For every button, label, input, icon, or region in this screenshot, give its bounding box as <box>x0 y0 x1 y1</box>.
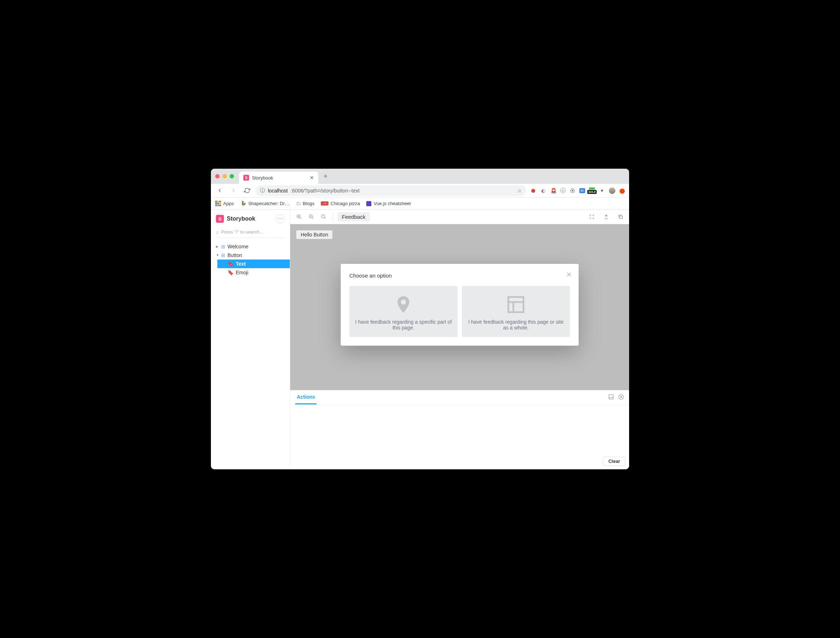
addon-panel: Actions Clear <box>290 390 629 469</box>
bookmark-icon <box>366 201 371 206</box>
extensions-icon[interactable]: ✦ <box>599 188 605 194</box>
copy-link-button[interactable] <box>616 212 625 222</box>
search-icon: ⌕ <box>216 229 219 235</box>
favicon-icon: S <box>243 175 249 181</box>
brand: S Storybook ⋯ <box>211 214 290 227</box>
sidebar-menu-button[interactable]: ⋯ <box>275 214 285 223</box>
ext-icon-3[interactable]: 🚨 <box>550 188 557 194</box>
story-icon: 🔖 <box>227 270 234 275</box>
forward-button[interactable] <box>228 186 238 196</box>
tree-label: Button <box>227 252 242 258</box>
folder-icon: 🗀 <box>296 201 301 206</box>
bookmark-star-icon[interactable]: ☆ <box>517 188 522 194</box>
tree-item-button[interactable]: ▼⊞Button <box>211 251 290 259</box>
sidebar: S Storybook ⋯ ⌕ Press "/" to search... ▶… <box>211 210 290 469</box>
svg-rect-4 <box>609 395 613 399</box>
zoom-out-button[interactable] <box>306 212 316 222</box>
panel-body: Clear <box>290 405 629 469</box>
ext-icon-4[interactable]: A <box>560 188 566 193</box>
reload-button[interactable] <box>242 186 252 196</box>
back-button[interactable] <box>215 186 224 196</box>
main: Feedback Hello Button Choose an option ✕… <box>290 210 629 469</box>
ext-icon-6[interactable]: 31 <box>579 188 585 193</box>
zoom-reset-button[interactable] <box>318 212 328 222</box>
ext-icon-5[interactable]: ⦿ <box>569 188 576 194</box>
layout-icon <box>504 294 527 315</box>
tab-close-icon[interactable]: ✕ <box>309 175 314 181</box>
panel-position-icon[interactable] <box>608 394 614 401</box>
browser-window: S Storybook ✕ + ⓘ localhost:6006/?path=/… <box>211 169 629 469</box>
tree-label: Welcome <box>227 244 248 250</box>
apps-grid-icon <box>215 201 221 207</box>
search-input[interactable]: ⌕ Press "/" to search... <box>216 229 285 238</box>
tab-actions[interactable]: Actions <box>295 390 317 404</box>
toolbar: Feedback <box>290 210 629 224</box>
feedback-option-whole[interactable]: I have feedback regarding this page or s… <box>462 286 570 337</box>
canvas: Hello Button Choose an option ✕ I have f… <box>290 224 629 390</box>
bookmark-label: Blogs <box>303 201 315 206</box>
bookmark-chicago-pizza[interactable]: LOUChicago pizza <box>321 201 360 206</box>
extension-icons: ⬢ ◐ 🚨 A ⦿ 31 531.8 ✦ ⬤ <box>530 188 625 194</box>
option-label: I have feedback regarding this page or s… <box>467 319 564 330</box>
feedback-chip[interactable]: Feedback <box>338 212 370 221</box>
panel-tabs: Actions <box>290 390 629 405</box>
tree-item-emoji[interactable]: 🔖Emoji <box>217 268 290 277</box>
apps-shortcut[interactable]: Apps <box>215 201 234 207</box>
new-tab-button[interactable]: + <box>321 171 331 181</box>
ext-icon-8[interactable]: ⬤ <box>619 188 625 194</box>
chevron-down-icon: ▼ <box>216 253 219 257</box>
bookmark-icon: LOU <box>321 202 328 205</box>
component-icon: ⊞ <box>221 244 225 250</box>
bookmark-shapecatcher[interactable]: 🦆Shapecatcher: Dr… <box>240 201 289 206</box>
close-icon[interactable]: ✕ <box>566 270 572 279</box>
chevron-right-icon: ▶ <box>216 245 219 248</box>
apps-label: Apps <box>223 201 234 206</box>
bookmark-blogs[interactable]: 🗀Blogs <box>296 201 315 206</box>
bookmark-label: Shapecatcher: Dr… <box>248 201 289 206</box>
brand-title: Storybook <box>227 216 255 222</box>
divider <box>333 213 333 221</box>
close-window-icon[interactable] <box>215 174 219 178</box>
bookmark-label: Vue.js cheatsheet <box>374 201 411 206</box>
bookmarks-bar: Apps 🦆Shapecatcher: Dr… 🗀Blogs LOUChicag… <box>211 197 629 210</box>
open-new-tab-button[interactable] <box>601 212 611 222</box>
storybook-logo-icon: S <box>216 215 224 223</box>
address-bar: ⓘ localhost:6006/?path=/story/button--te… <box>211 184 629 197</box>
profile-avatar[interactable] <box>609 188 616 194</box>
hello-button[interactable]: Hello Button <box>296 230 333 239</box>
tree-item-welcome[interactable]: ▶⊞Welcome <box>211 242 290 251</box>
tree-item-text[interactable]: 🔖Text <box>217 259 290 268</box>
url-field[interactable]: ⓘ localhost:6006/?path=/story/button--te… <box>256 185 526 196</box>
tab-title: Storybook <box>252 175 273 181</box>
url-path: :6006/?path=/story/button--text <box>291 188 360 194</box>
browser-tab[interactable]: S Storybook ✕ <box>239 172 318 184</box>
ext-icon-7[interactable]: 531.8 <box>589 188 595 194</box>
story-icon: 🔖 <box>227 261 234 267</box>
ext-icon-2[interactable]: ◐ <box>540 188 546 194</box>
bookmark-vue-cheatsheet[interactable]: Vue.js cheatsheet <box>366 201 411 206</box>
option-label: I have feedback regarding a specific par… <box>355 319 452 330</box>
info-icon: ⓘ <box>260 188 265 194</box>
minimize-window-icon[interactable] <box>223 174 227 178</box>
svg-point-2 <box>321 215 324 218</box>
svg-rect-3 <box>620 216 623 219</box>
bookmark-label: Chicago pizza <box>331 201 360 206</box>
workspace: S Storybook ⋯ ⌕ Press "/" to search... ▶… <box>211 210 629 469</box>
clear-button[interactable]: Clear <box>603 457 625 466</box>
tab-strip: S Storybook ✕ + <box>211 169 629 184</box>
pin-icon <box>392 294 415 315</box>
maximize-window-icon[interactable] <box>230 174 234 178</box>
bookmark-icon: 🦆 <box>240 201 246 206</box>
zoom-in-button[interactable] <box>294 212 304 222</box>
ext-icon-1[interactable]: ⬢ <box>530 188 537 194</box>
story-tree: ▶⊞Welcome ▼⊞Button 🔖Text 🔖Emoji <box>211 242 290 277</box>
tree-label: Emoji <box>236 270 248 275</box>
feedback-modal: Choose an option ✕ I have feedback regar… <box>341 264 579 346</box>
fullscreen-button[interactable] <box>587 212 597 222</box>
tree-label: Text <box>236 261 246 267</box>
search-placeholder: Press "/" to search... <box>221 229 264 235</box>
modal-title: Choose an option <box>349 273 570 279</box>
traffic-lights <box>215 174 234 178</box>
feedback-option-specific[interactable]: I have feedback regarding a specific par… <box>349 286 458 337</box>
panel-close-icon[interactable] <box>618 394 624 401</box>
